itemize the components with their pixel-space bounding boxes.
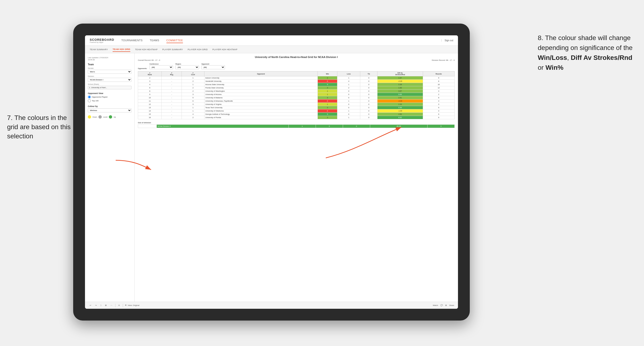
share-icon[interactable]: ⊞ [445, 304, 447, 306]
cell-rank: 16 [138, 116, 162, 119]
opponent-view-title: Opponent View [88, 92, 132, 95]
conference-select[interactable]: (All) [150, 65, 173, 69]
sign-out-button[interactable]: Sign out [442, 39, 453, 42]
cell-rank: 3 [138, 80, 162, 83]
col-opponent: Opponent [204, 71, 318, 76]
col-win: Win [318, 71, 337, 76]
filter-row: Opponents: Conference (All) Region (All) [138, 63, 455, 69]
cell-conf: 2 [182, 86, 204, 90]
main-content: Last Updated: 27/03/2024 16:55:38 Team G… [85, 53, 458, 302]
radio-top-100[interactable]: Top 100 [88, 99, 132, 102]
cell-team: Texas Tech University [204, 106, 318, 109]
cell-rank: 6 [138, 86, 162, 90]
toolbar-copy[interactable]: ⊞ [104, 304, 108, 307]
division-select[interactable]: NCAA Division I [88, 78, 132, 82]
colour-by-select[interactable]: Win/loss Diff Av Strokes/Rnd Win% [88, 108, 132, 112]
opponent-select[interactable]: (All) [201, 65, 225, 69]
nav-teams[interactable]: TEAMS [150, 38, 159, 43]
legend-label-up: Up [114, 116, 116, 118]
table-row: 14 - 1 University of Oklahoma 0 1 0 -1.0… [138, 109, 455, 113]
cell-rounds: 9 [423, 113, 454, 116]
cell-team: University of Washington [204, 90, 318, 93]
toolbar-sep2 [123, 304, 123, 307]
out-of-division-rounds: 3 [427, 125, 454, 128]
h2h-table: #Rank #Reg #Conf Opponent Win Loss Tie D… [138, 71, 455, 119]
legend-dot-down [88, 115, 91, 119]
toolbar-undo[interactable]: ↩ [89, 304, 92, 307]
table-row: 9 - 3 University of Arizona 1 0 0 9.00 2 [138, 93, 455, 96]
col-rounds: Rounds [423, 71, 454, 76]
toolbar-redo[interactable]: ↪ [94, 304, 98, 307]
cell-win: 0 [318, 80, 337, 83]
cell-conf: 1 [182, 76, 204, 80]
school-field: School (Rank) 1. University of Nort... [88, 83, 132, 89]
gender-select[interactable]: Men's [88, 70, 132, 74]
cell-team: University of Virginia [204, 103, 318, 106]
share-button[interactable]: Share [449, 304, 454, 306]
logo-text: SCOREBOARD [90, 38, 114, 41]
region-select[interactable]: (All) [176, 65, 199, 69]
table-row: 4 - 1 Arizona State University 5 1 0 2.2… [138, 83, 455, 86]
annotation-left: 7. The colours in the grid are based on … [7, 113, 73, 141]
cell-conf: 1 [182, 106, 204, 109]
cell-diff: 2.28 [378, 83, 423, 86]
cell-tie: 0 [360, 109, 378, 113]
grid-title: University of North Carolina Head-to-Hea… [138, 56, 455, 58]
cell-win: 1 [318, 103, 337, 106]
tab-player-h2h-heatmap[interactable]: PLAYER H2H HEATMAP [212, 47, 238, 52]
cell-tie: 0 [360, 103, 378, 106]
cell-conf: 2 [182, 116, 204, 119]
cell-tie: 0 [360, 83, 378, 86]
tab-team-h2h-heatmap[interactable]: TEAM H2H HEATMAP [135, 47, 158, 52]
cell-win: 5 [318, 113, 337, 116]
tab-team-summary[interactable]: TEAM SUMMARY [90, 47, 108, 52]
tab-team-h2h-grid[interactable]: TEAM H2H GRID [112, 47, 130, 52]
radio-opponents-played[interactable]: Opponents Played [88, 95, 132, 99]
overall-record: Overall Record: 89 - 17 - 0 [138, 59, 160, 61]
school-label: School (Rank) [88, 83, 132, 85]
out-of-division-label [138, 125, 157, 128]
bottom-toolbar: ↩ ↪ ⟩ ⊞ ⋯ ⊙ 👁 View: Original Watch 💬 ⊞ S… [85, 302, 458, 309]
cell-team: Arizona State University [204, 83, 318, 86]
cell-reg: - [162, 99, 182, 103]
tab-player-h2h-grid[interactable]: PLAYER H2H GRID [188, 47, 208, 52]
cell-diff: 1.83 [378, 86, 423, 90]
logo-sub: Powered by clippd [90, 41, 114, 43]
nav-committee[interactable]: COMMITTEE [166, 38, 183, 43]
cell-conf: 6 [182, 99, 204, 103]
out-of-division-loss: 0 [316, 125, 343, 128]
opponents-label: Opponents: [138, 68, 147, 69]
toolbar-forward[interactable]: ⟩ [100, 304, 102, 307]
watch-button[interactable]: Watch [433, 304, 438, 306]
cell-reg: - [162, 116, 182, 119]
cell-rank: 4 [138, 83, 162, 86]
cell-tie: 0 [360, 80, 378, 83]
table-row: 16 - 2 University of Florida 3 1 0 6.62 … [138, 116, 455, 119]
ipad-frame: SCOREBOARD Powered by clippd TOURNAMENTS… [73, 23, 470, 321]
cell-rank: 10 [138, 96, 162, 99]
table-row: 15 - 4 Georgia Institute of Technology 5… [138, 113, 455, 116]
cell-diff: -4.33 [378, 99, 423, 103]
cell-rounds: 8 [423, 80, 454, 83]
nav-tournaments[interactable]: TOURNAMENTS [121, 38, 142, 43]
cell-reg: - [162, 86, 182, 90]
cell-rank: 2 [138, 76, 162, 80]
cell-rounds: 9 [423, 116, 454, 119]
comment-button[interactable]: 💬 [440, 304, 443, 306]
legend-label-down: Down [92, 116, 97, 118]
cell-win: 0 [318, 109, 337, 113]
tab-player-summary[interactable]: PLAYER SUMMARY [162, 47, 183, 52]
cell-tie: 0 [360, 106, 378, 109]
grid-records: Overall Record: 89 - 17 - 0 Division Rec… [138, 59, 455, 61]
cell-rank: 9 [138, 93, 162, 96]
cell-rounds: 16 [423, 83, 454, 86]
toolbar-paste[interactable]: ⋯ [110, 304, 113, 307]
cell-loss: 1 [337, 83, 360, 86]
cell-conf: 5 [182, 96, 204, 99]
grid-area: University of North Carolina Head-to-Hea… [134, 53, 458, 302]
last-updated: Last Updated: 27/03/2024 16:55:38 [88, 57, 132, 61]
cell-tie: 0 [360, 99, 378, 103]
toolbar-clock[interactable]: ⊙ [117, 304, 121, 307]
cell-reg: - [162, 96, 182, 99]
cell-rounds: 8 [423, 96, 454, 99]
